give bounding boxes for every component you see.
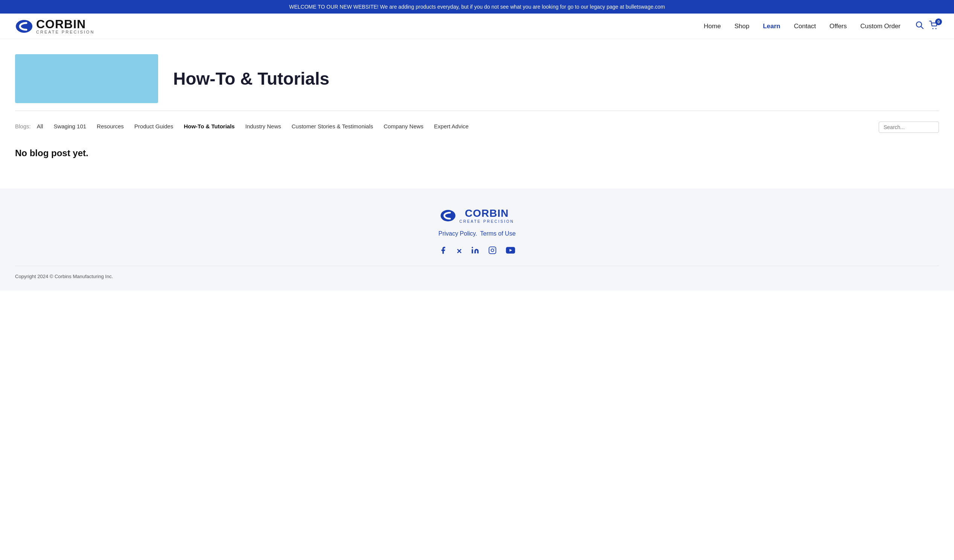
blog-search-input[interactable] [879,121,939,133]
svg-rect-6 [471,249,473,253]
svg-point-9 [491,249,494,251]
cart-badge: 0 [935,19,942,25]
nav-contact[interactable]: Contact [794,23,816,30]
main-content: No blog post yet. [0,140,954,188]
nav-shop[interactable]: Shop [734,23,750,30]
nav-offers[interactable]: Offers [829,23,847,30]
no-blog-message: No blog post yet. [0,140,954,188]
svg-point-4 [935,28,937,29]
filter-customer-stories[interactable]: Customer Stories & Testimonials [292,121,373,131]
youtube-icon[interactable] [506,246,515,257]
social-icons: ✕ [15,246,939,257]
nav-home[interactable]: Home [704,23,720,30]
filter-swaging-101[interactable]: Swaging 101 [53,121,86,131]
privacy-policy-link[interactable]: Privacy Policy. [438,230,477,237]
logo-text: CORBIN CREATE PRECISION [36,18,95,34]
banner-text: WELCOME TO OUR NEW WEBSITE! We are addin… [289,4,665,10]
filter-product-guides[interactable]: Product Guides [134,121,173,131]
filter-company-news[interactable]: Company News [383,121,424,131]
filter-industry-news[interactable]: Industry News [245,121,281,131]
svg-point-7 [471,247,473,248]
announcement-banner: WELCOME TO OUR NEW WEBSITE! We are addin… [0,0,954,14]
filter-resources[interactable]: Resources [97,121,124,131]
page-title: How-To & Tutorials [173,68,329,89]
header-icons: 0 [916,21,939,32]
search-icon [916,21,924,30]
logo-name: CORBIN [36,18,95,30]
cart-button[interactable]: 0 [929,21,939,32]
logo-icon [15,19,33,34]
linkedin-icon[interactable] [471,246,479,257]
copyright-text: Copyright 2024 © Corbins Manufacturing I… [15,266,939,279]
filter-how-to-tutorials[interactable]: How-To & Tutorials [184,121,235,131]
logo-link[interactable]: CORBIN CREATE PRECISION [15,18,95,34]
svg-point-5 [441,210,455,221]
site-header: CORBIN CREATE PRECISION Home Shop Learn … [0,14,954,39]
filter-all[interactable]: All [37,121,43,131]
main-nav: Home Shop Learn Contact Offers Custom Or… [704,23,901,30]
site-footer: CORBIN CREATE PRECISION Privacy Policy. … [0,188,954,291]
footer-links: Privacy Policy. Terms of Use [15,230,939,237]
footer-logo-name: CORBIN [459,207,514,219]
svg-rect-8 [489,247,496,254]
footer-logo-text: CORBIN CREATE PRECISION [459,207,514,224]
hero-section: How-To & Tutorials [0,39,954,110]
twitter-x-icon[interactable]: ✕ [456,246,462,257]
filter-tags: All Swaging 101 Resources Product Guides… [37,121,879,131]
svg-line-2 [921,26,923,29]
footer-logo: CORBIN CREATE PRECISION [440,207,514,224]
nav-learn[interactable]: Learn [763,23,780,30]
svg-point-0 [16,20,33,33]
footer-logo-icon [440,209,456,222]
hero-image [15,54,158,103]
logo-tagline: CREATE PRECISION [36,30,95,34]
terms-of-use-link[interactable]: Terms of Use [480,230,515,237]
filter-expert-advice[interactable]: Expert Advice [434,121,469,131]
filter-label: Blogs: [15,121,31,129]
blog-filter-bar: Blogs: All Swaging 101 Resources Product… [0,111,954,140]
nav-custom-order[interactable]: Custom Order [860,23,901,30]
search-button[interactable] [916,21,924,32]
svg-point-3 [932,28,934,29]
footer-logo-tagline: CREATE PRECISION [459,219,514,224]
svg-point-10 [494,248,494,248]
instagram-icon[interactable] [488,246,497,257]
facebook-icon[interactable] [439,246,447,257]
